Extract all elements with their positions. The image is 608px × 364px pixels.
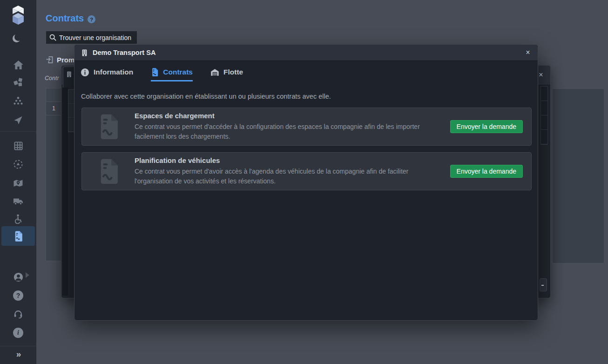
background-add-button-fragment[interactable] xyxy=(540,278,547,291)
hub-icon xyxy=(13,159,23,169)
info-icon: i xyxy=(13,328,23,338)
background-table-fragment-left xyxy=(68,89,74,132)
sidebar-divider xyxy=(0,346,36,346)
sidebar-item-home[interactable] xyxy=(0,57,36,73)
sidebar-item-group[interactable] xyxy=(0,93,36,109)
chevron-right-icon xyxy=(26,272,29,278)
sidebar-item-about[interactable]: i xyxy=(0,325,36,341)
sidebar-item-help[interactable]: ? xyxy=(0,288,36,303)
sidebar-divider xyxy=(0,131,36,132)
sidebar-item-send[interactable] xyxy=(0,112,36,128)
table-header-cell xyxy=(46,88,61,102)
contracts-table-fragment: 1 xyxy=(46,88,62,261)
contract-card-planification: Planification de véhicules Ce contrat vo… xyxy=(81,152,532,190)
tab-label: Flotte xyxy=(223,68,243,76)
tab-label: Information xyxy=(94,68,133,76)
map-icon xyxy=(13,179,23,188)
sidebar-item-packages[interactable] xyxy=(0,74,36,90)
dialog-header: Demo Transport SA xyxy=(74,45,538,61)
section-header: Prom xyxy=(46,56,74,64)
sidebar-expand-button[interactable]: » xyxy=(0,349,36,359)
packages-icon xyxy=(13,77,24,88)
tab-contrats[interactable]: Contrats xyxy=(151,67,193,81)
moon-icon xyxy=(14,33,22,41)
home-icon xyxy=(14,61,23,69)
background-table-fragment-right xyxy=(540,86,548,145)
send-icon xyxy=(14,115,23,125)
contract-card-espaces: Espaces de chargement Ce contrat vous pe… xyxy=(81,108,532,146)
tab-flotte[interactable]: Flotte xyxy=(210,67,243,81)
grid-box-icon xyxy=(14,141,23,151)
building-icon xyxy=(81,49,88,56)
search-input[interactable] xyxy=(59,34,134,41)
sidebar-item-truck[interactable] xyxy=(0,193,36,209)
accessibility-icon xyxy=(14,214,23,224)
contract-description: Ce contrat vous permet d'avoir accès à l… xyxy=(135,167,447,186)
organisation-search[interactable] xyxy=(46,31,137,44)
sidebar-item-support[interactable] xyxy=(0,306,36,322)
organisation-dialog: Demo Transport SA × Information xyxy=(74,44,538,321)
contract-doc-icon xyxy=(151,67,159,77)
tab-information[interactable]: Information xyxy=(81,67,133,81)
table-column-label: Contr xyxy=(45,75,59,81)
sidebar-item-hub[interactable] xyxy=(0,156,36,172)
app-logo-cubes-icon[interactable] xyxy=(0,4,36,27)
send-request-button[interactable]: Envoyer la demande xyxy=(450,120,523,133)
dialog-close-button[interactable]: × xyxy=(523,47,533,58)
building-icon xyxy=(66,71,72,77)
send-request-button[interactable]: Envoyer la demande xyxy=(450,165,523,178)
sidebar: ? i » xyxy=(0,0,36,364)
background-panel xyxy=(552,88,604,263)
group-icon xyxy=(13,96,23,106)
sidebar-item-contracts-active[interactable] xyxy=(1,226,35,246)
contract-title: Espaces de chargement xyxy=(135,112,450,120)
sidebar-item-grid[interactable] xyxy=(0,138,36,154)
background-dialog-tab[interactable] xyxy=(63,67,75,88)
app-window: ? i » Contrats ? Prom xyxy=(0,0,608,364)
page-help-badge[interactable]: ? xyxy=(88,15,95,23)
dialog-tabs: Information Contrats xyxy=(81,67,243,81)
contract-doc-icon xyxy=(14,230,23,242)
garage-icon xyxy=(210,68,219,76)
truck-icon xyxy=(13,197,23,205)
contract-doc-icon xyxy=(82,157,135,185)
dialog-description: Collaborer avec cette organisation en ét… xyxy=(81,93,331,100)
page-title: Contrats xyxy=(46,13,84,24)
headset-icon xyxy=(13,309,23,319)
background-dialog-scroll-gutter[interactable] xyxy=(62,88,68,296)
dark-mode-toggle[interactable] xyxy=(0,29,36,45)
help-icon: ? xyxy=(13,290,23,301)
contract-doc-icon xyxy=(82,113,135,141)
contract-card-body: Planification de véhicules Ce contrat vo… xyxy=(135,156,450,186)
contract-card-body: Espaces de chargement Ce contrat vous pe… xyxy=(135,112,450,141)
tab-label: Contrats xyxy=(163,68,193,76)
table-row-number[interactable]: 1 xyxy=(46,102,61,115)
section-title: Prom xyxy=(57,56,74,64)
contract-description: Ce contrat vous permet d'accéder à la co… xyxy=(135,122,447,141)
search-icon xyxy=(49,34,56,41)
sidebar-item-accessibility[interactable] xyxy=(0,211,36,227)
dialog-title: Demo Transport SA xyxy=(93,49,155,56)
sidebar-item-map[interactable] xyxy=(0,175,36,191)
user-icon xyxy=(13,272,24,283)
contract-title: Planification de véhicules xyxy=(135,156,450,164)
import-doc-icon xyxy=(46,56,54,64)
info-circle-icon xyxy=(81,68,89,77)
sidebar-item-user[interactable] xyxy=(0,269,36,285)
contract-list: Espaces de chargement Ce contrat vous pe… xyxy=(81,108,532,197)
